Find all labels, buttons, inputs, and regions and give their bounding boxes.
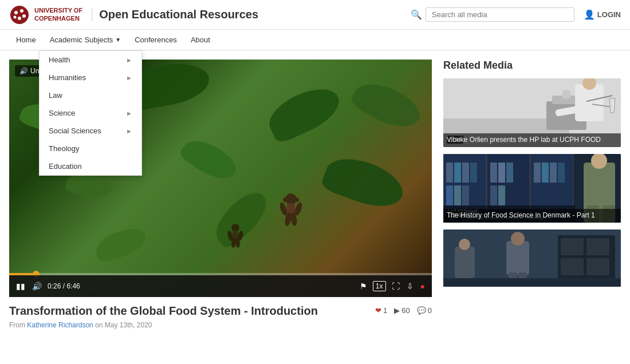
related-thumb-1: 0:44 Vibeke Orlien presents the HP lab a… [443,78,621,147]
controls-right: ⚑ 1x ⛶ ⇩ ● [359,280,426,292]
related-card-1-title: Vibeke Orlien presents the HP lab at UCP… [443,133,621,147]
heart-icon: ❤ [375,306,381,315]
svg-point-0 [10,6,29,24]
svg-rect-69 [443,278,621,287]
svg-rect-59 [561,238,584,255]
search-button[interactable]: 🔍 [411,9,422,20]
user-icon: 👤 [584,9,595,20]
svg-rect-67 [455,247,475,278]
play-pause-button[interactable]: ▮▮ [15,280,26,292]
university-name: UNIVERSITY OF COPENHAGEN [34,7,82,22]
related-media-title: Related Media [443,60,621,72]
share-button[interactable]: ⇩ [405,280,415,292]
academic-subjects-dropdown: Health ► Humanities ► Law Science ► Soci… [39,50,142,176]
login-area[interactable]: 👤 LOGIN [584,9,621,20]
svg-point-7 [283,197,288,202]
svg-rect-35 [454,163,461,183]
chevron-right-icon: ► [126,74,132,81]
related-media-section: Related Media [443,60,621,329]
svg-point-8 [294,197,299,202]
dropdown-item-health[interactable]: Health ► [40,51,141,69]
volume-icon: 🔊 [19,67,28,75]
play-icon: ▶ [394,306,400,315]
svg-rect-34 [446,163,453,183]
animal-silhouette-2 [226,221,246,250]
svg-point-2 [20,9,23,13]
quality-badge[interactable]: 1x [373,281,386,291]
login-label: LOGIN [597,10,621,19]
video-controls-bar: ▮▮ 🔊 0:26 / 6:46 ⚑ 1x ⛶ ⇩ ● [9,275,432,297]
university-logo-icon [9,5,30,25]
author-link[interactable]: Katherine Richardson [27,321,93,329]
nav-about[interactable]: About [184,31,217,49]
dropdown-item-humanities[interactable]: Humanities ► [40,69,141,86]
related-card-3[interactable] [443,230,621,287]
svg-point-3 [22,14,26,18]
video-info: Transformation of the Global Food System… [9,304,432,329]
related-card-2[interactable]: Laif Skibsted Department of Food Science… [443,154,621,223]
comments-stat: 💬 0 [417,306,432,315]
related-card-2-title: The History of Food Science in Denmark -… [443,209,621,223]
flag-button[interactable]: ⚑ [359,280,368,292]
kitchen-scene-svg [443,230,621,287]
dropdown-item-theology[interactable]: Theology [40,140,141,157]
chevron-right-icon: ► [126,110,132,117]
dropdown-item-education[interactable]: Education [40,157,141,175]
svg-rect-62 [586,258,609,275]
logo-area[interactable]: UNIVERSITY OF COPENHAGEN [9,5,82,25]
dropdown-item-science[interactable]: Science ► [40,104,141,122]
search-input[interactable] [426,7,574,22]
svg-point-24 [562,90,571,99]
svg-rect-46 [534,163,541,183]
svg-rect-45 [498,185,505,205]
record-button[interactable]: ● [419,280,426,292]
plays-stat: ▶ 60 [394,306,410,315]
svg-rect-60 [586,238,609,255]
svg-point-68 [459,239,470,250]
nav-home[interactable]: Home [9,31,43,49]
svg-point-14 [231,224,239,232]
svg-point-4 [18,17,21,20]
svg-rect-43 [506,163,513,183]
chevron-right-icon: ► [126,128,132,134]
svg-rect-39 [454,185,461,205]
chevron-right-icon: ► [126,57,132,64]
related-thumb-2: Laif Skibsted Department of Food Science… [443,154,621,223]
volume-button[interactable]: 🔊 [31,280,43,292]
svg-rect-36 [462,163,469,183]
svg-rect-49 [558,163,565,183]
monkey-silhouette [277,191,305,231]
dropdown-item-law[interactable]: Law [40,86,141,104]
video-meta: From Katherine Richardson on May 13th, 2… [9,321,432,329]
svg-rect-42 [498,163,505,183]
svg-rect-47 [542,163,549,183]
site-title: Open Educational Resources [92,8,258,21]
nav-conferences[interactable]: Conferences [128,31,184,49]
svg-point-1 [14,11,18,14]
video-title: Transformation of the Global Food System… [9,304,318,318]
svg-point-5 [14,15,17,18]
svg-rect-63 [506,241,529,275]
svg-rect-48 [550,163,557,183]
svg-point-64 [511,232,525,246]
svg-rect-61 [561,258,584,275]
time-display: 0:26 / 6:46 [48,282,80,290]
nav-academic-subjects[interactable]: Academic Subjects ▼ [43,31,128,49]
svg-rect-44 [490,185,497,205]
chevron-down-icon: ▼ [115,37,121,43]
related-card-1[interactable]: 0:44 Vibeke Orlien presents the HP lab a… [443,78,621,147]
fullscreen-button[interactable]: ⛶ [391,280,401,292]
svg-rect-38 [446,185,453,205]
related-thumb-3 [443,230,621,287]
svg-rect-37 [470,163,477,183]
video-stats: ❤ 1 ▶ 60 💬 0 [375,306,432,315]
dropdown-item-social-sciences[interactable]: Social Sciences ► [40,122,141,140]
search-area: 🔍 [411,7,574,22]
svg-rect-40 [462,185,469,205]
likes-stat: ❤ 1 [375,306,387,315]
comment-icon: 💬 [417,306,426,315]
nav: Home Academic Subjects ▼ Conferences Abo… [0,30,630,50]
svg-rect-41 [490,163,497,183]
header: UNIVERSITY OF COPENHAGEN Open Educationa… [0,0,630,30]
